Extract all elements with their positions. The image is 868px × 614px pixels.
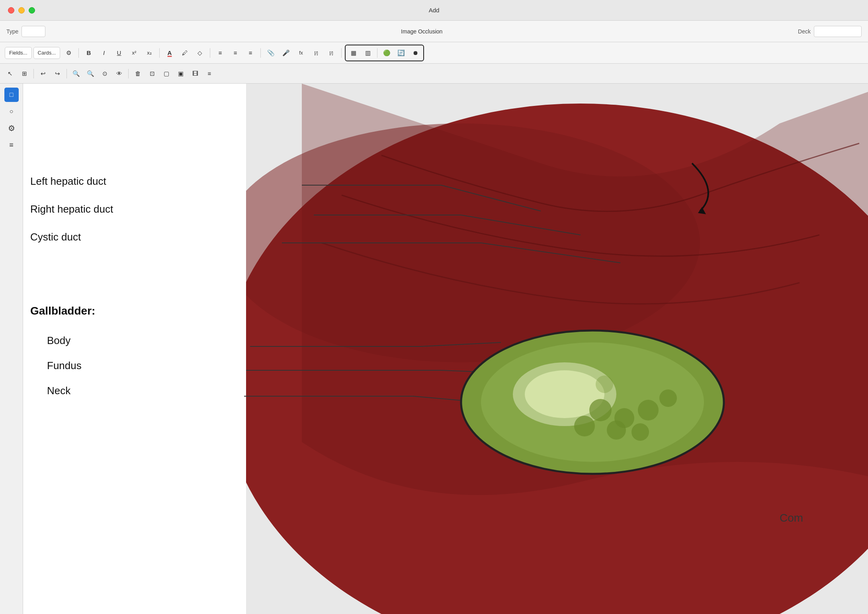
main-content: □ ○ ⚙ ≡ [0, 84, 868, 614]
superscript-button[interactable]: x² [127, 46, 141, 60]
text-align-icon: ≡ [208, 70, 211, 77]
separator5 [341, 48, 342, 58]
bold-button[interactable]: B [82, 46, 96, 60]
text-align-button[interactable]: ≡ [203, 67, 216, 80]
subscript-icon: x₂ [147, 50, 152, 56]
menubar: Type Image Occlusion Deck [0, 21, 868, 42]
eraser-icon: ◇ [197, 49, 202, 57]
zoom-in-button[interactable]: 🔍 [69, 67, 83, 80]
separator1 [78, 48, 79, 58]
text-tool-icon: ≡ [9, 141, 14, 149]
sep-t2-2 [66, 69, 67, 78]
underline-button[interactable]: U [112, 46, 126, 60]
svg-point-24 [631, 423, 649, 441]
undo-button[interactable]: ↩ [36, 67, 50, 80]
numbered-list-button[interactable]: ≡ [229, 46, 242, 60]
minimize-button[interactable] [18, 7, 25, 14]
trash-icon: 🗑 [135, 70, 141, 77]
toolbar1: Fields... Cards... ⚙ B I U x² x₂ A 🖊 ◇ ≡… [0, 42, 868, 64]
font-color-button[interactable]: A [163, 46, 176, 60]
film-icon: 🎞 [192, 70, 198, 77]
canvas-area[interactable]: Com Left hepatic duct Right hepatic duct… [23, 84, 868, 614]
eye-icon: 👁 [116, 70, 122, 77]
rectangle-tool-icon: □ [10, 91, 14, 98]
rectangle-tool-button[interactable]: □ [4, 88, 19, 102]
attachment-icon: 📎 [267, 49, 275, 57]
align-button[interactable]: ≡ [244, 46, 257, 60]
bullet-list-icon: ≡ [219, 49, 222, 56]
font-color-icon: A [168, 49, 172, 56]
delete-button[interactable]: 🗑 [131, 67, 145, 80]
maximize-button[interactable] [29, 7, 35, 14]
zoom-fit-button[interactable]: ⊙ [98, 67, 111, 80]
polygon-tool-icon: ⚙ [8, 123, 15, 133]
frame2-button[interactable]: ▣ [174, 67, 188, 80]
frame-button[interactable]: ▢ [160, 67, 173, 80]
separator2 [159, 48, 160, 58]
svg-rect-2 [23, 84, 246, 561]
record-button[interactable]: ⏺ [409, 46, 422, 60]
attachment-button[interactable]: 📎 [264, 46, 278, 60]
type-input[interactable] [22, 26, 45, 37]
svg-point-21 [638, 400, 659, 420]
formula-button[interactable]: fx [294, 46, 308, 60]
green-add-button[interactable]: 🟢 [380, 46, 393, 60]
frame2-icon: ▣ [178, 70, 184, 77]
record-icon: ⏺ [412, 49, 418, 56]
grid-layout-button[interactable]: ⊞ [18, 67, 31, 80]
text-tool-button[interactable]: ≡ [4, 138, 19, 152]
subscript-button[interactable]: x₂ [143, 46, 156, 60]
numbered-list-icon: ≡ [234, 49, 237, 56]
cards-button[interactable]: Cards... [33, 47, 61, 59]
fundus-label: Fundus [47, 360, 82, 372]
cloze-bracket-left-button[interactable]: [/] [309, 46, 323, 60]
zoom-out-icon: 🔍 [87, 70, 94, 77]
grid-view2-button[interactable]: ▥ [361, 46, 375, 60]
settings-button[interactable]: ⚙ [62, 46, 75, 60]
grid-view-icon: ▦ [351, 49, 356, 57]
right-hepatic-duct-label: Right hepatic duct [30, 203, 113, 215]
cystic-duct-label: Cystic duct [30, 231, 81, 243]
film-button[interactable]: 🎞 [188, 67, 202, 80]
svg-point-22 [659, 389, 677, 407]
fields-button[interactable]: Fields... [5, 47, 32, 59]
cloze-bracket-right-button[interactable]: [/] [325, 46, 338, 60]
bold-icon: B [87, 49, 91, 56]
grid-view-button[interactable]: ▦ [347, 46, 360, 60]
svg-text:Com: Com [780, 512, 803, 524]
sep-t2-1 [33, 69, 34, 78]
type-label: Type [6, 28, 18, 35]
titlebar: Add [0, 0, 868, 21]
cursor-tool-button[interactable]: ↖ [3, 67, 17, 80]
polygon-tool-button[interactable]: ⚙ [4, 121, 19, 135]
formula-icon: fx [299, 50, 303, 56]
bullet-list-button[interactable]: ≡ [213, 46, 227, 60]
cloze-bracket-right-icon: [/] [329, 51, 333, 55]
window-title: Add [429, 7, 440, 14]
deck-input[interactable] [814, 26, 862, 37]
zoom-out-button[interactable]: 🔍 [84, 67, 97, 80]
highlight-button[interactable]: 🖊 [178, 46, 192, 60]
green-add-icon: 🟢 [383, 49, 391, 57]
microphone-button[interactable]: 🎤 [279, 46, 293, 60]
zoom-in-icon: 🔍 [72, 70, 80, 77]
body-label: Body [47, 334, 70, 347]
close-button[interactable] [8, 7, 14, 14]
grid-layout-icon: ⊞ [22, 70, 27, 77]
redo-button[interactable]: ↪ [51, 67, 64, 80]
gallbladder-header-label: Gallbladder: [30, 305, 95, 317]
preview-button[interactable]: 👁 [112, 67, 126, 80]
duplicate-button[interactable]: ⊡ [145, 67, 159, 80]
frame-icon: ▢ [164, 70, 169, 77]
eraser-button[interactable]: ◇ [193, 46, 207, 60]
refresh-button[interactable]: 🔄 [394, 46, 408, 60]
highlight-icon: 🖊 [182, 49, 188, 56]
ellipse-tool-button[interactable]: ○ [4, 104, 19, 119]
italic-button[interactable]: I [97, 46, 111, 60]
gear-icon: ⚙ [66, 49, 71, 57]
highlight-group: ▦ ▥ 🟢 🔄 ⏺ [345, 45, 424, 61]
traffic-lights [8, 7, 35, 14]
toolbar2: ↖ ⊞ ↩ ↪ 🔍 🔍 ⊙ 👁 🗑 ⊡ ▢ ▣ 🎞 ≡ [0, 64, 868, 84]
microphone-icon: 🎤 [282, 49, 290, 57]
mode-label: Image Occlusion [401, 28, 442, 35]
